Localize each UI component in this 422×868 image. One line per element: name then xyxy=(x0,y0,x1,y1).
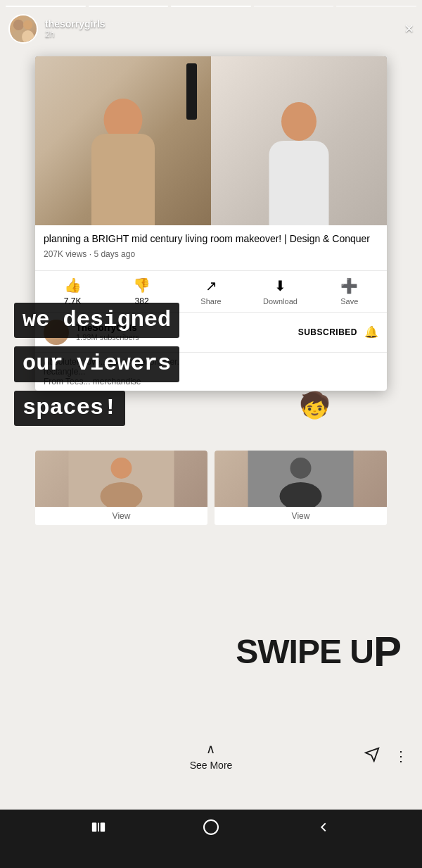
progress-bar-5 xyxy=(336,6,416,7)
swipe-up-container: SWIPE UP xyxy=(236,635,401,669)
menu-nav-button[interactable] xyxy=(91,819,106,839)
swipe-up-text: SWIPE UP xyxy=(236,633,401,670)
person-body-left xyxy=(91,134,155,225)
chevron-up-icon: ∧ xyxy=(206,741,215,757)
download-button[interactable]: ⬇ Download xyxy=(245,277,314,306)
mini-card-view-1[interactable]: View xyxy=(35,507,207,525)
see-more-label: See More xyxy=(190,760,233,771)
back-nav-button[interactable] xyxy=(316,819,331,839)
like-button[interactable]: 👍 7.7K xyxy=(38,277,107,306)
overlay-line-1: we designed xyxy=(14,303,408,342)
overlay-line-3: spaces! xyxy=(14,391,408,430)
svg-marker-10 xyxy=(366,748,378,760)
username: thesorrygirls xyxy=(45,18,404,30)
story-time: 2h xyxy=(45,30,404,39)
progress-bars xyxy=(6,6,416,7)
svg-point-2 xyxy=(23,20,32,30)
share-icon: ↗ xyxy=(205,277,217,294)
person-head-right xyxy=(281,102,316,141)
video-title[interactable]: planning a BRIGHT mid century living roo… xyxy=(44,232,378,246)
svg-point-5 xyxy=(111,458,132,479)
mini-cards: View View xyxy=(35,451,387,525)
avatar-image xyxy=(10,15,37,42)
overlay-line-2: our viewers xyxy=(14,346,408,386)
svg-point-3 xyxy=(22,30,34,43)
mini-card-view-2[interactable]: View xyxy=(215,507,387,525)
video-meta: 207K views · 5 days ago xyxy=(44,249,378,259)
svg-rect-11 xyxy=(91,822,96,831)
video-left-panel xyxy=(35,56,211,225)
upload-time: 5 days ago xyxy=(94,249,135,259)
mini-card-image-2 xyxy=(215,451,387,507)
video-info: planning a BRIGHT mid century living roo… xyxy=(35,225,387,271)
thumbs-down-icon: 👎 xyxy=(133,277,151,294)
overlay-text-1: we designed xyxy=(14,303,179,338)
overlay-text-3: spaces! xyxy=(14,391,125,426)
person-right xyxy=(257,84,341,225)
svg-point-0 xyxy=(13,20,24,30)
svg-point-8 xyxy=(290,458,312,479)
overlay-text-2: our viewers xyxy=(14,346,179,382)
mini-card-2[interactable]: View xyxy=(215,451,387,525)
video-right-panel xyxy=(211,56,387,225)
progress-bar-2 xyxy=(89,6,169,7)
person-body-right xyxy=(269,141,329,225)
thumbs-up-icon: 👍 xyxy=(64,277,82,294)
svg-point-14 xyxy=(204,820,218,834)
share-button[interactable]: ↗ Share xyxy=(177,277,245,306)
more-options-icon[interactable]: ⋮ xyxy=(394,748,408,765)
svg-rect-12 xyxy=(98,822,99,831)
progress-bar-4 xyxy=(254,6,334,7)
progress-bar-3 xyxy=(171,6,251,7)
video-thumbnail[interactable] xyxy=(35,56,387,225)
guitar-decoration xyxy=(186,63,197,120)
navigation-bar xyxy=(0,810,422,848)
story-bottom: ∧ See More ⋮ xyxy=(0,741,422,771)
story-header: thesorrygirls 2h × xyxy=(8,14,414,44)
home-nav-button[interactable] xyxy=(203,819,219,840)
overlay-container: we designed our viewers spaces! xyxy=(0,303,422,434)
save-icon: ➕ xyxy=(340,277,358,294)
svg-rect-13 xyxy=(100,822,104,831)
story-bottom-actions: ⋮ xyxy=(364,747,408,766)
mini-card-image-1 xyxy=(35,451,207,507)
avatar[interactable] xyxy=(8,14,38,44)
emoji-decoration: 🧒 xyxy=(299,391,331,420)
view-count: 207K views xyxy=(44,249,87,259)
swipe-up-p: P xyxy=(373,628,401,675)
see-more-area[interactable]: ∧ See More xyxy=(190,741,233,771)
send-icon[interactable] xyxy=(364,747,380,766)
save-button[interactable]: ➕ Save xyxy=(315,277,384,306)
story-user-info: thesorrygirls 2h xyxy=(45,18,404,39)
progress-bar-1 xyxy=(6,6,86,7)
close-icon[interactable]: × xyxy=(404,20,414,38)
dislike-button[interactable]: 👎 382 xyxy=(107,277,176,306)
download-icon: ⬇ xyxy=(274,277,286,294)
lower-section: View View xyxy=(35,436,387,525)
story-container: thesorrygirls 2h × plannin xyxy=(0,0,422,810)
person-left xyxy=(81,84,165,225)
mini-card-1[interactable]: View xyxy=(35,451,207,525)
